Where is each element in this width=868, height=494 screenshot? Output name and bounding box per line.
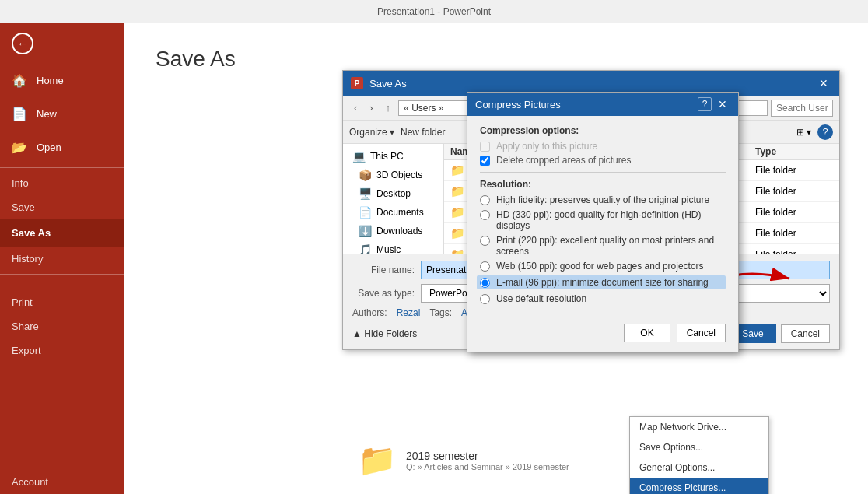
- nav-item-music[interactable]: 🎵 Music: [343, 240, 443, 254]
- new-folder-label: New folder: [401, 127, 445, 138]
- titlebar: Presentation1 - PowerPoint: [0, 0, 868, 23]
- sidebar-divider-1: [0, 167, 124, 168]
- organize-label: Organize ▾: [349, 127, 394, 138]
- sidebar-back-button[interactable]: ←: [0, 23, 124, 64]
- compress-pictures-dialog: Compress Pictures ? ✕ Compression option…: [467, 92, 739, 352]
- hide-folders-button[interactable]: ▲ Hide Folders: [352, 328, 417, 339]
- breadcrumb-text: « Users »: [404, 103, 443, 114]
- col-type: Type: [755, 146, 833, 157]
- sidebar-item-home[interactable]: 🏠 Home: [0, 64, 124, 97]
- home-icon: 🏠: [12, 73, 27, 88]
- tools-menu-map-network[interactable]: Map Network Drive...: [630, 417, 768, 437]
- bottom-file-name: 2019 semester: [406, 450, 569, 462]
- compress-body: Compression options: Apply only to this …: [467, 116, 738, 317]
- compress-divider: [480, 172, 726, 173]
- hd-330-radio[interactable]: [480, 210, 490, 220]
- nav-item-label-documents: Documents: [376, 207, 424, 218]
- high-fidelity-radio[interactable]: [480, 195, 490, 205]
- default-resolution-radio[interactable]: [480, 294, 490, 304]
- sidebar-item-share[interactable]: Print: [0, 290, 124, 314]
- general-options-label: General Options...: [639, 462, 715, 473]
- sidebar-item-new[interactable]: 📄 New: [0, 97, 124, 131]
- high-fidelity-label: High fidelity: preserves quality of the …: [496, 194, 709, 205]
- resolution-high-fidelity: High fidelity: preserves quality of the …: [480, 194, 726, 205]
- email-96-label: E-mail (96 ppi): minimize document size …: [496, 277, 709, 288]
- nav-item-documents[interactable]: 📄 Documents: [343, 203, 443, 222]
- save-as-label: Save As: [12, 227, 51, 239]
- map-network-label: Map Network Drive...: [639, 422, 726, 433]
- search-input[interactable]: [771, 100, 833, 117]
- web-150-label: Web (150 ppi): good for web pages and pr…: [496, 261, 704, 272]
- nav-item-label: This PC: [370, 151, 404, 162]
- sidebar-label-new: New: [37, 108, 57, 120]
- sidebar-item-info[interactable]: Info: [0, 171, 124, 195]
- delete-cropped-checkbox[interactable]: [480, 156, 490, 166]
- apply-only-checkbox[interactable]: [480, 142, 490, 152]
- sidebar-item-print[interactable]: [0, 278, 124, 290]
- folder-icon: 📁: [450, 247, 465, 254]
- nav-item-3dobjects[interactable]: 📦 3D Objects: [343, 166, 443, 184]
- nav-item-desktop[interactable]: 🖥️ Desktop: [343, 184, 443, 203]
- export-label: Share: [12, 321, 39, 332]
- titlebar-text: Presentation1 - PowerPoint: [377, 6, 491, 17]
- dialog-close-button[interactable]: ✕: [816, 75, 831, 91]
- cancel-dialog-button[interactable]: Cancel: [781, 324, 830, 343]
- compress-titlebar: Compress Pictures ? ✕: [467, 93, 738, 116]
- sidebar-item-account[interactable]: Account: [0, 470, 124, 494]
- organize-button[interactable]: Organize ▾: [349, 127, 394, 138]
- folder-icon: 📁: [450, 226, 465, 240]
- tools-menu-compress-pictures[interactable]: Compress Pictures...: [630, 478, 768, 494]
- sidebar-item-save[interactable]: Save: [0, 195, 124, 219]
- forward-nav-button[interactable]: ›: [365, 100, 377, 116]
- save-options-label: Save Options...: [639, 442, 703, 453]
- file-type: File folder: [755, 207, 833, 218]
- documents-icon: 📄: [359, 206, 372, 219]
- nav-item-thispc[interactable]: 💻 This PC: [343, 147, 443, 166]
- filename-label: File name:: [352, 265, 415, 275]
- view-button[interactable]: ⊞ ▾: [796, 127, 811, 138]
- sidebar-bottom: Account: [0, 470, 124, 494]
- sidebar-item-history[interactable]: History: [0, 247, 124, 271]
- delete-cropped-label: Delete cropped areas of pictures: [496, 155, 631, 166]
- new-folder-button[interactable]: New folder: [401, 127, 445, 138]
- back-nav-button[interactable]: ‹: [349, 100, 362, 116]
- resolution-default: Use default resolution: [480, 293, 726, 304]
- tools-menu-save-options[interactable]: Save Options...: [630, 437, 768, 457]
- delete-cropped-option: Delete cropped areas of pictures: [480, 155, 726, 166]
- nav-item-label-downloads: Downloads: [376, 226, 422, 236]
- up-nav-button[interactable]: ↑: [381, 100, 396, 116]
- info-label: Info: [12, 177, 29, 189]
- authors-label: Authors:: [352, 307, 387, 318]
- default-resolution-label: Use default resolution: [496, 293, 586, 304]
- authors-value[interactable]: Rezai: [397, 307, 421, 318]
- apply-only-option: Apply only to this picture: [480, 141, 726, 152]
- compress-help-button[interactable]: ?: [698, 97, 712, 111]
- resolution-hd-330: HD (330 ppi): good quality for high-defi…: [480, 209, 726, 231]
- bottom-file-path: Q: » Articles and Seminar » 2019 semeste…: [406, 462, 569, 471]
- compress-cancel-button[interactable]: Cancel: [677, 324, 726, 342]
- email-96-radio[interactable]: [480, 278, 490, 288]
- sidebar-item-save-as[interactable]: Save As: [0, 219, 124, 247]
- cancel-btn-label: Cancel: [791, 328, 820, 339]
- 3d-icon: 📦: [359, 169, 372, 181]
- compress-ok-button[interactable]: OK: [624, 324, 670, 342]
- file-type: File folder: [755, 165, 833, 176]
- tags-label: Tags:: [429, 307, 452, 318]
- help-button[interactable]: ?: [817, 124, 833, 140]
- resolution-web-150: Web (150 ppi): good for web pages and pr…: [480, 261, 726, 272]
- sidebar-item-close[interactable]: Export: [0, 338, 124, 363]
- sidebar-item-open[interactable]: 📂 Open: [0, 131, 124, 164]
- main-content: Save As P Save As ✕ ‹ › ↑ « Users » Orga…: [124, 23, 868, 494]
- save-label: Save: [12, 201, 35, 213]
- hd-330-label: HD (330 ppi): good quality for high-defi…: [496, 209, 726, 231]
- save-btn-label: Save: [742, 328, 763, 339]
- print-220-radio[interactable]: [480, 236, 490, 246]
- folder-icon: 📁: [450, 163, 465, 177]
- nav-item-downloads[interactable]: ⬇️ Downloads: [343, 222, 443, 240]
- back-circle-icon: ←: [12, 33, 33, 54]
- compress-close-button[interactable]: ✕: [715, 96, 730, 112]
- web-150-radio[interactable]: [480, 261, 490, 272]
- tools-menu-general-options[interactable]: General Options...: [630, 457, 768, 478]
- sidebar-item-export[interactable]: Share: [0, 314, 124, 338]
- thispc-icon: 💻: [352, 150, 366, 163]
